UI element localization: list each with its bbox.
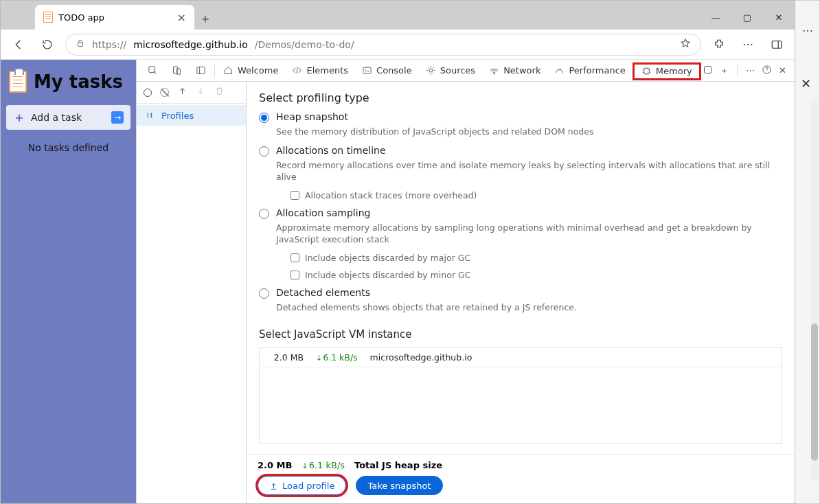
devtools-tabstrip: Welcome Elements Console Sources Network… (137, 60, 795, 82)
outer-scroll-host: ⋯ ✕ (795, 0, 820, 504)
extensions-icon[interactable] (708, 34, 730, 56)
download-icon[interactable] (196, 86, 206, 99)
tab-network[interactable]: Network (482, 60, 547, 81)
tab-console[interactable]: Console (355, 60, 419, 81)
url-scheme: https:// (92, 39, 126, 50)
tab-sources[interactable]: Sources (419, 60, 482, 81)
svg-point-14 (151, 113, 152, 114)
take-snapshot-button[interactable]: Take snapshot (356, 476, 442, 495)
refresh-button[interactable] (36, 34, 58, 56)
url-input[interactable]: https://microsoftedge.github.io/Demos/de… (65, 34, 701, 56)
dock-icon[interactable] (189, 60, 213, 81)
profiles-sidebar: Profiles (137, 82, 247, 503)
memory-footer: 2.0 MB 6.1 kB/s Total JS heap size Load … (247, 454, 795, 503)
svg-rect-0 (78, 43, 83, 46)
activity-icon[interactable] (703, 65, 713, 77)
svg-rect-11 (644, 69, 650, 74)
checkbox-minor-gc[interactable] (291, 271, 299, 279)
favorite-icon[interactable] (680, 38, 691, 51)
record-icon[interactable] (144, 89, 152, 97)
new-tab-button[interactable]: ＋ (194, 8, 216, 30)
tab-welcome[interactable]: Welcome (216, 60, 285, 81)
browser-window: TODO app × ＋ — ▢ ✕ https://microsoftedge… (0, 0, 795, 504)
submit-task-icon[interactable]: → (111, 111, 124, 124)
tab-title: TODO app (58, 12, 104, 23)
page-icon (43, 12, 53, 23)
close-tab-icon[interactable]: × (177, 11, 186, 24)
vm-instance-row[interactable]: 2.0 MB 6.1 kB/s microsoftedge.github.io (260, 348, 782, 367)
app-header: My tasks (6, 67, 130, 97)
checkbox-major-gc[interactable] (291, 253, 299, 262)
svg-rect-12 (705, 66, 711, 73)
close-window-button[interactable]: ✕ (763, 5, 795, 30)
close-devtools-icon[interactable]: ✕ (779, 65, 786, 76)
browser-tab[interactable]: TODO app × (35, 5, 194, 30)
help-icon[interactable] (762, 65, 772, 77)
vm-instance-list: 2.0 MB 6.1 kB/s microsoftedge.github.io (259, 347, 782, 444)
tab-performance[interactable]: Performance (547, 60, 632, 81)
minimize-button[interactable]: — (700, 5, 731, 30)
delete-icon[interactable] (214, 86, 225, 99)
heading-profiling-type: Select profiling type (259, 91, 782, 104)
svg-rect-4 (174, 67, 178, 73)
menu-icon[interactable]: ⋯ (802, 24, 815, 37)
tab-elements[interactable]: Elements (285, 60, 355, 81)
add-panel-icon[interactable]: ＋ (720, 65, 729, 77)
checkbox-alloc-stack-traces[interactable] (291, 191, 299, 200)
more-tools-icon[interactable]: ⋯ (746, 65, 755, 76)
more-icon[interactable]: ⋯ (737, 34, 759, 56)
svg-point-15 (151, 115, 152, 115)
svg-point-9 (429, 69, 433, 72)
devtools-panel: Welcome Elements Console Sources Network… (136, 60, 795, 503)
heading-vm-instance: Select JavaScript VM instance (259, 328, 782, 341)
svg-rect-6 (197, 67, 205, 74)
lock-icon (76, 38, 85, 50)
sidebar-toggle-icon[interactable] (766, 34, 788, 56)
load-profile-button[interactable]: Load profile (258, 476, 346, 495)
radio-alloc-sampling[interactable] (259, 209, 269, 219)
todo-app-pane: My tasks ＋ Add a task → No tasks defined (1, 60, 136, 503)
upload-icon[interactable] (177, 86, 187, 99)
svg-rect-1 (772, 41, 782, 48)
svg-point-10 (494, 73, 494, 74)
sidebar-item-profiles[interactable]: Profiles (137, 105, 246, 126)
clipboard-icon (9, 71, 27, 93)
svg-point-16 (151, 117, 152, 117)
device-icon[interactable] (165, 60, 189, 81)
svg-rect-8 (363, 67, 371, 73)
add-task-input[interactable]: ＋ Add a task → (6, 105, 130, 130)
tab-strip: TODO app × ＋ — ▢ ✕ (1, 1, 795, 30)
clear-icon[interactable] (160, 88, 169, 97)
radio-heap-snapshot[interactable] (259, 113, 269, 123)
maximize-button[interactable]: ▢ (731, 5, 763, 30)
radio-alloc-timeline[interactable] (259, 146, 269, 157)
plus-icon: ＋ (13, 109, 25, 126)
back-button[interactable] (8, 34, 30, 56)
inspect-icon[interactable] (141, 60, 165, 81)
url-host: microsoftedge.github.io (133, 39, 248, 50)
app-title: My tasks (34, 71, 123, 92)
radio-detached[interactable] (259, 288, 269, 299)
dismiss-icon[interactable]: ✕ (801, 76, 811, 91)
address-bar: https://microsoftedge.github.io/Demos/de… (1, 30, 795, 60)
add-task-label: Add a task (31, 112, 82, 123)
empty-state: No tasks defined (6, 138, 130, 153)
tab-memory[interactable]: Memory (633, 62, 701, 80)
memory-profiling-form: Select profiling type Heap snapshot See … (247, 82, 795, 454)
scrollbar-thumb[interactable] (811, 323, 818, 461)
url-path: /Demos/demo-to-do/ (255, 39, 354, 50)
